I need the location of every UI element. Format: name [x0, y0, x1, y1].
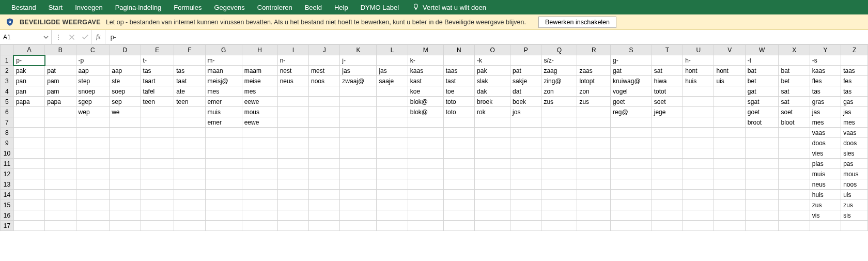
cell-P6[interactable]: jos — [510, 107, 541, 117]
cell-M8[interactable] — [408, 128, 443, 138]
row-header-17[interactable]: 17 — [1, 221, 14, 231]
cell-L3[interactable]: saaje — [377, 76, 408, 86]
row-header-16[interactable]: 16 — [1, 210, 14, 221]
cell-F3[interactable]: taat — [174, 76, 205, 86]
cell-U2[interactable]: hont — [683, 66, 714, 76]
cell-J14[interactable] — [308, 190, 339, 200]
row-header-15[interactable]: 15 — [1, 200, 14, 210]
cell-G14[interactable] — [205, 190, 242, 200]
row-header-13[interactable]: 13 — [1, 179, 14, 190]
cell-B4[interactable]: pam — [45, 86, 76, 97]
cell-D14[interactable] — [110, 190, 141, 200]
cell-I17[interactable] — [277, 221, 308, 231]
cell-C4[interactable]: snoep — [76, 86, 110, 97]
tell-me-search[interactable]: Vertel wat u wilt doen — [405, 3, 486, 12]
cell-V5[interactable] — [714, 97, 745, 107]
cell-W10[interactable] — [745, 148, 779, 159]
cell-D5[interactable]: sep — [110, 97, 141, 107]
cell-Y6[interactable]: jas — [810, 107, 841, 117]
cell-W8[interactable] — [745, 128, 779, 138]
cell-Q3[interactable]: zing@ — [541, 76, 577, 86]
cell-B7[interactable] — [45, 117, 76, 128]
cell-F8[interactable] — [174, 128, 205, 138]
cell-F16[interactable] — [174, 210, 205, 221]
cell-C2[interactable]: aap — [76, 66, 110, 76]
tab-gegevens[interactable]: Gegevens — [208, 0, 251, 14]
cell-B13[interactable] — [45, 179, 76, 190]
cell-X5[interactable]: sat — [779, 97, 810, 107]
cell-Y2[interactable]: kaas — [810, 66, 841, 76]
cell-E10[interactable] — [141, 148, 174, 159]
cell-D16[interactable] — [110, 210, 141, 221]
cell-R7[interactable] — [577, 117, 611, 128]
cell-V11[interactable] — [714, 159, 745, 169]
cell-R15[interactable] — [577, 200, 611, 210]
cell-B12[interactable] — [45, 169, 76, 179]
cell-W7[interactable]: broot — [745, 117, 779, 128]
cell-Q8[interactable] — [541, 128, 577, 138]
cell-G15[interactable] — [205, 200, 242, 210]
cell-A7[interactable] — [13, 117, 44, 128]
cell-I15[interactable] — [277, 200, 308, 210]
cell-S12[interactable] — [611, 169, 652, 179]
cell-E15[interactable] — [141, 200, 174, 210]
cell-P13[interactable] — [510, 179, 541, 190]
cell-B15[interactable] — [45, 200, 76, 210]
cell-W15[interactable] — [745, 200, 779, 210]
cell-N15[interactable] — [443, 200, 474, 210]
cell-K6[interactable] — [340, 107, 377, 117]
cell-Y8[interactable]: vaas — [810, 128, 841, 138]
cell-B11[interactable] — [45, 159, 76, 169]
cell-N10[interactable] — [443, 148, 474, 159]
cell-G17[interactable] — [205, 221, 242, 231]
cell-T7[interactable] — [652, 117, 683, 128]
cell-M6[interactable]: blok@ — [408, 107, 443, 117]
row-header-4[interactable]: 4 — [1, 86, 14, 97]
cell-E1[interactable]: t- — [141, 55, 174, 66]
cell-C16[interactable] — [76, 210, 110, 221]
cell-K13[interactable] — [340, 179, 377, 190]
tab-invoegen[interactable]: Invoegen — [69, 0, 109, 14]
cell-T15[interactable] — [652, 200, 683, 210]
cell-Z14[interactable]: uis — [841, 190, 868, 200]
cell-H12[interactable] — [242, 169, 277, 179]
cell-W17[interactable] — [745, 221, 779, 231]
cell-O11[interactable] — [475, 159, 510, 169]
cell-G13[interactable] — [205, 179, 242, 190]
cell-E2[interactable]: tas — [141, 66, 174, 76]
column-header-W[interactable]: W — [745, 45, 779, 55]
cell-G1[interactable]: m- — [205, 55, 242, 66]
column-header-Y[interactable]: Y — [810, 45, 841, 55]
cell-G10[interactable] — [205, 148, 242, 159]
cell-O13[interactable] — [475, 179, 510, 190]
cell-F5[interactable]: teen — [174, 97, 205, 107]
cell-H11[interactable] — [242, 159, 277, 169]
cell-G11[interactable] — [205, 159, 242, 169]
cell-A14[interactable] — [13, 190, 44, 200]
cell-A11[interactable] — [13, 159, 44, 169]
cell-X7[interactable]: bloot — [779, 117, 810, 128]
cell-T13[interactable] — [652, 179, 683, 190]
cell-U5[interactable] — [683, 97, 714, 107]
cell-M15[interactable] — [408, 200, 443, 210]
row-header-8[interactable]: 8 — [1, 128, 14, 138]
cell-B8[interactable] — [45, 128, 76, 138]
tab-beeld[interactable]: Beeld — [299, 0, 328, 14]
cell-T4[interactable]: totot — [652, 86, 683, 97]
cell-B2[interactable]: pat — [45, 66, 76, 76]
cell-O5[interactable]: broek — [475, 97, 510, 107]
cell-L16[interactable] — [377, 210, 408, 221]
cell-I7[interactable] — [277, 117, 308, 128]
cell-N5[interactable]: toto — [443, 97, 474, 107]
cell-Z17[interactable] — [841, 221, 868, 231]
cell-K4[interactable] — [340, 86, 377, 97]
cell-E6[interactable] — [141, 107, 174, 117]
row-header-5[interactable]: 5 — [1, 97, 14, 107]
cell-N14[interactable] — [443, 190, 474, 200]
cell-K15[interactable] — [340, 200, 377, 210]
cell-D11[interactable] — [110, 159, 141, 169]
cell-H7[interactable]: eewe — [242, 117, 277, 128]
cell-S4[interactable]: vogel — [611, 86, 652, 97]
cell-G6[interactable]: muis — [205, 107, 242, 117]
column-header-G[interactable]: G — [205, 45, 242, 55]
